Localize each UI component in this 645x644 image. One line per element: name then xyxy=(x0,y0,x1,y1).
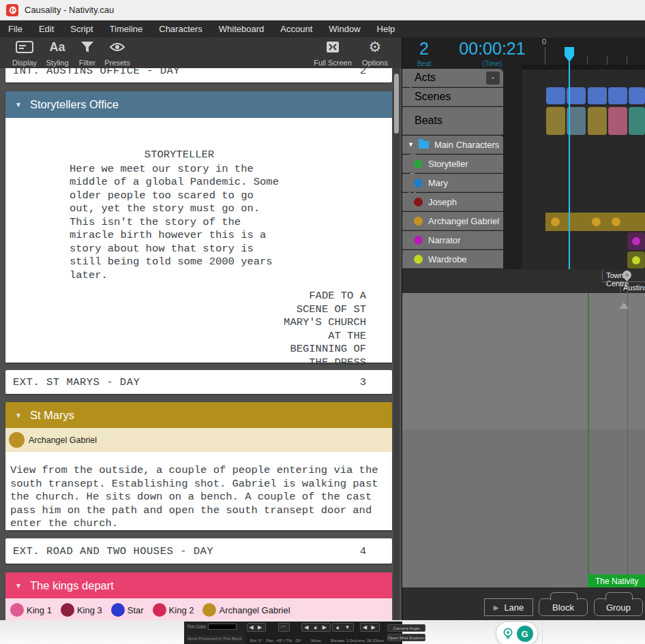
scene-heading-card-2[interactable]: INT. AUSTINS OFFICE - DAY 2 xyxy=(5,68,392,82)
timeline-block[interactable] xyxy=(608,107,627,135)
display-button[interactable]: Display xyxy=(8,40,41,67)
gabriel-track[interactable] xyxy=(545,213,645,231)
options-label: Options xyxy=(362,59,388,67)
character-timeline-block[interactable] xyxy=(627,232,645,250)
menu-item[interactable]: Timeline xyxy=(102,20,151,37)
scene-heading-card-3[interactable]: EXT. ST MARYS - DAY 3 xyxy=(5,370,392,394)
timeline-block[interactable] xyxy=(608,87,627,104)
full-screen-button[interactable]: Full Screen xyxy=(312,40,353,67)
scrollbar-thumb[interactable] xyxy=(394,74,399,134)
whiteboard-area[interactable] xyxy=(402,293,645,587)
lane-label-austins[interactable]: Austins xyxy=(623,283,645,292)
styling-button[interactable]: Aa Styling xyxy=(43,40,72,67)
section-header-storytellers-office[interactable]: ▼ Storytellers Office xyxy=(5,91,392,118)
grammarly-widget[interactable]: G xyxy=(496,622,537,644)
menu-item[interactable]: Script xyxy=(62,20,101,37)
scene-heading-text: EXT. ST MARYS - DAY xyxy=(13,376,360,388)
structure-row-acts[interactable]: Acts - xyxy=(402,69,503,87)
section-header-kings-depart[interactable]: ▼ The kings depart xyxy=(5,572,392,598)
script-line: older people too scared to go xyxy=(70,189,289,203)
script-line: This isn't the story of the xyxy=(70,216,289,230)
block-button[interactable]: Block xyxy=(539,598,588,616)
nativity-block[interactable]: The Nativity xyxy=(588,574,645,587)
camera-control-buttons[interactable]: ◀ ▶ xyxy=(247,623,267,632)
display-label: Display xyxy=(12,59,37,67)
camera-action-button[interactable]: Camera Angle xyxy=(387,624,425,632)
camera-control-groups: ◀ ▶ Rot: 0° ◠ Pan: -45° / Tilt: -29° ◀ ▲… xyxy=(245,622,385,644)
timeline-block[interactable] xyxy=(546,87,565,104)
character-chip[interactable]: King 2 xyxy=(153,603,194,617)
playhead-line xyxy=(569,48,570,269)
character-timeline-block[interactable] xyxy=(627,251,645,269)
menu-item[interactable]: Edit xyxy=(31,20,62,37)
character-chip[interactable]: Archangel Gabriel xyxy=(202,603,290,617)
menu-item[interactable]: Help xyxy=(369,20,404,37)
timeline-block[interactable] xyxy=(629,107,645,135)
timeline-block[interactable] xyxy=(629,87,645,104)
camera-control-label: Rot: 0° xyxy=(250,639,262,643)
group-button[interactable]: Group xyxy=(594,598,643,616)
character-chip[interactable]: King 3 xyxy=(61,603,102,617)
character-row[interactable]: Mary xyxy=(402,174,503,192)
strip-divider xyxy=(542,620,543,644)
camera-control-buttons[interactable]: ◀ ▶ xyxy=(360,623,380,632)
camera-control-label: Lens: 28.33mm xyxy=(356,639,384,643)
whiteboard-green-guide xyxy=(588,293,589,587)
structure-row-scenes[interactable]: Scenes xyxy=(402,88,503,106)
playhead-handle[interactable] xyxy=(565,47,574,62)
camera-control-group: ◀ ▶ Lens: 28.33mm xyxy=(356,623,384,643)
section-header-st-marys[interactable]: ▼ St Marys xyxy=(5,402,392,428)
camera-action-button[interactable]: Open Shot Explorer xyxy=(387,634,425,641)
character-chip[interactable]: King 1 xyxy=(10,603,52,617)
whiteboard-marker-icon xyxy=(619,303,629,309)
character-color-dot xyxy=(414,159,423,168)
filter-icon xyxy=(80,40,94,55)
character-row[interactable]: Archangel Gabriel xyxy=(402,212,503,230)
group-label: Main Characters xyxy=(434,140,499,150)
script-line: middle of a global Pandemic. Some xyxy=(70,176,289,189)
tint-color-swatch[interactable] xyxy=(208,624,237,630)
presets-label: Presets xyxy=(104,59,130,67)
character-row[interactable]: Storyteller xyxy=(402,155,503,173)
tint-color-control[interactable]: Tint Color xyxy=(187,624,243,630)
camera-control-buttons[interactable]: ◠ xyxy=(278,623,290,632)
character-row[interactable]: Narrator xyxy=(402,231,503,249)
lane-button[interactable]: ▶ Lane xyxy=(484,598,533,616)
menu-item[interactable]: Window xyxy=(320,20,368,37)
character-tag[interactable]: Archangel Gabriel xyxy=(29,435,97,445)
menu-item[interactable]: Whiteboard xyxy=(211,20,272,37)
scene-heading-card-4[interactable]: EXT. ROAD AND TWO HOUSES - DAY 4 xyxy=(5,538,392,564)
options-button[interactable]: ⚙ Options xyxy=(359,40,391,67)
character-row[interactable]: Wardrobe xyxy=(402,250,503,269)
dialogue-lines: Here we meet our story in the middle of … xyxy=(70,163,289,283)
character-row[interactable]: Joseph xyxy=(402,193,503,211)
presets-button[interactable]: Presets xyxy=(102,40,133,67)
timeline-block[interactable] xyxy=(546,107,565,135)
preserve-button[interactable]: Items Preserved In This Block xyxy=(187,635,243,642)
action-block[interactable]: View from the outside, a couple of peopl… xyxy=(5,452,392,531)
character-chip-label: King 2 xyxy=(169,605,194,615)
camera-control-group: ◀ ▶ Rot: 0° xyxy=(247,623,267,643)
character-name: Narrator xyxy=(428,235,461,245)
camera-control-label: Pan: -45° / Tilt: -29° xyxy=(266,639,301,643)
scene-number: 2 xyxy=(360,68,366,77)
menu-item[interactable]: Account xyxy=(272,20,320,37)
timeline-block[interactable] xyxy=(588,87,607,104)
scene-number: 4 xyxy=(360,545,366,557)
menu-item[interactable]: File xyxy=(0,20,31,37)
filter-button[interactable]: Filter xyxy=(75,40,100,67)
dialogue-block[interactable]: STORYTELLER Here we meet our story in th… xyxy=(70,149,289,282)
character-group-row[interactable]: ▼ Main Characters xyxy=(402,136,503,154)
camera-control-buttons[interactable]: ◀ ▲ ▶ xyxy=(301,623,331,632)
character-chip[interactable]: Star xyxy=(111,603,144,617)
section-title: St Marys xyxy=(30,409,74,422)
structure-row-beats[interactable]: Beats xyxy=(402,107,503,135)
camera-control-buttons[interactable]: ▲ ▼ xyxy=(332,623,354,632)
transition-block[interactable]: FADE TO A SCENE OF ST MARY'S CHURCH AT T… xyxy=(5,290,392,383)
timeline-block[interactable] xyxy=(588,107,607,135)
collapse-acts-button[interactable]: - xyxy=(486,72,500,85)
character-color-dot xyxy=(10,603,24,617)
location-lanes-header: Town Centre Austins xyxy=(402,269,645,293)
menu-item[interactable]: Characters xyxy=(151,20,211,37)
time-counter: 00:00:21 xyxy=(445,39,540,59)
